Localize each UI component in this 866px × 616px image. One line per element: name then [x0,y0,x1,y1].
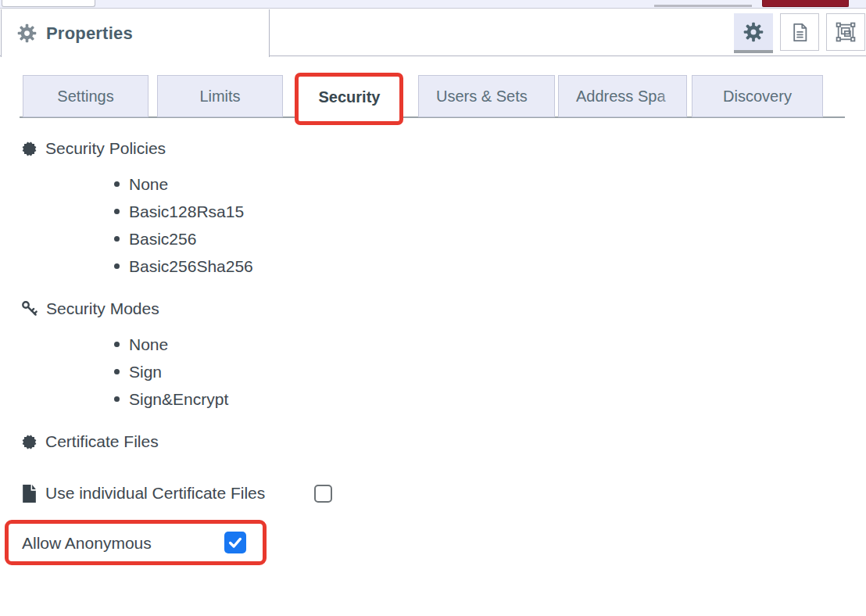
list-item: Basic128Rsa15 [114,198,253,225]
gear-icon [743,21,764,43]
certificate-icon [20,140,38,158]
tab-label: Settings [57,88,113,106]
section-security-policies: Security Policies [20,138,166,159]
allow-anonymous-checkbox[interactable] [224,532,246,553]
bullet-icon [114,209,120,214]
security-policies-list: None Basic128Rsa15 Basic256 Basic256Sha2… [114,170,253,280]
tab-label-fade [525,77,553,116]
properties-view-button[interactable] [734,13,773,53]
section-certificate-files: Certificate Files [20,431,159,453]
bullet-icon [114,181,120,187]
section-title: Security Policies [45,139,166,158]
panel-title: Properties [46,23,133,44]
gear-icon [16,23,38,44]
key-icon [20,299,39,318]
section-security-modes: Security Modes [20,298,159,320]
bullet-icon [114,236,120,242]
divider-remnant [654,5,752,7]
certificate-icon [20,433,38,451]
list-item: Basic256Sha256 [114,252,253,280]
list-item: Sign [114,358,228,385]
tab-limits[interactable]: Limits [157,75,283,117]
checkmark-icon [227,534,244,551]
option-label: Use individual Certificate Files [45,484,265,503]
panel-toolbar [734,13,865,54]
frame-select-icon [835,21,857,43]
tab-address-space[interactable]: Address Spa [558,75,687,117]
use-individual-certificate-files-checkbox[interactable] [314,485,332,503]
list-item: Sign&Encrypt [114,385,228,413]
list-item: None [114,331,228,358]
properties-panel-tab[interactable]: Properties [1,9,270,57]
model-view-button[interactable] [826,13,865,51]
tab-label: Users & Sets [436,88,528,106]
section-title: Security Modes [46,299,159,318]
tab-label: Limits [199,88,240,106]
option-allow-anonymous: Allow Anonymous [22,532,152,554]
file-icon [21,484,38,503]
tab-label: Address Spa [576,88,666,106]
dropdown-remnant[interactable] [2,0,95,7]
bullet-icon [114,263,120,269]
option-label: Allow Anonymous [22,534,152,553]
tab-users-settings[interactable]: Users & Sets [418,75,555,117]
list-item: Basic256 [114,225,253,252]
section-title: Certificate Files [45,432,159,451]
bullet-icon [114,369,120,374]
bullet-icon [114,396,120,402]
option-use-individual-certificate-files: Use individual Certificate Files [21,482,265,504]
top-toolbar-strip [0,0,866,9]
red-button-remnant[interactable] [762,0,849,7]
security-modes-list: None Sign Sign&Encrypt [114,331,228,413]
document-icon [789,22,811,43]
document-view-button[interactable] [780,13,819,51]
tab-settings[interactable]: Settings [23,75,149,117]
list-item: None [114,170,253,198]
properties-panel: Properties [0,0,866,616]
tab-discovery[interactable]: Discovery [692,75,823,117]
tab-security[interactable]: Security [296,75,403,120]
bullet-icon [114,342,120,347]
tab-label: Discovery [723,88,792,106]
tab-label: Security [319,88,381,106]
